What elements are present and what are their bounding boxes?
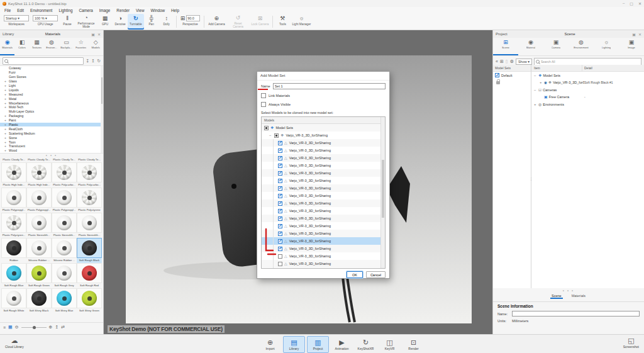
library-category-paint[interactable]: +Paint [0,118,103,123]
scene-tree-cameras[interactable]: −⊡Cameras [531,86,644,94]
library-tab-backpla[interactable]: ▭Backpla... [59,39,74,55]
checkbox[interactable] [264,126,269,130]
material-thumb-soft-shiny-black[interactable] [26,288,52,308]
library-category-wood[interactable]: +Wood [0,148,103,153]
material-thumb-plastic-polycarbo[interactable] [52,162,77,182]
dialog-model-row[interactable]: △Varjo_VR-3_3D_forSharing [262,267,385,269]
dialog-model-row[interactable]: △Varjo_VR-3_3D_forSharing [262,222,385,230]
menu-camera[interactable]: Camera [75,8,96,13]
material-thumb-plastic-stereolith[interactable] [26,213,52,233]
dialog-model-row[interactable]: △Varjo_VR-3_3D_forSharing [262,199,385,207]
close-panel-icon[interactable]: ✕ [97,32,101,36]
show-filter-dropdown[interactable]: Show ▾ [516,59,532,65]
dialog-model-row[interactable]: △Varjo_VR-3_3D_forSharing [262,230,385,237]
scene-tree-model-sets[interactable]: −❖Model Sets [531,72,644,79]
bottombar-project[interactable]: ▥Project [307,336,329,353]
import-material-icon[interactable]: ↧ [86,59,89,64]
project-tab-camera[interactable]: ▣Camera [543,39,569,55]
menu-edit[interactable]: Edit [14,8,27,13]
checkbox[interactable] [278,201,282,206]
float-panel-icon[interactable]: ▣ [632,32,636,36]
dialog-model-row[interactable]: △Varjo_VR-3_3D_forSharing [262,245,385,252]
dialog-model-row[interactable]: △Varjo_VR-3_3D_forSharing [262,237,385,245]
dialog-model-row[interactable]: △Varjo_VR-3_3D_forSharing [262,162,385,169]
library-category-glass[interactable]: +Glass [0,79,103,84]
maximize-button[interactable]: ▢ [630,1,633,6]
expand-icon[interactable]: + [4,118,7,122]
checkbox[interactable] [278,156,282,160]
bottombar-animation[interactable]: ▶Animation [331,336,353,353]
screenshot-button[interactable]: ◱ Screenshot [623,337,639,349]
scene-name-input[interactable] [512,311,640,317]
dialog-row-model-sets-root[interactable]: ❖Model Sets [262,124,385,132]
library-tab-models[interactable]: ◇Models [89,39,103,55]
expand-icon[interactable]: + [4,84,7,87]
menu-file[interactable]: File [1,8,14,13]
menu-render[interactable]: Render [113,8,133,13]
checkbox[interactable] [278,164,282,168]
material-thumb-rubber[interactable] [1,238,26,258]
material-thumb-plastic-polystyren[interactable] [1,213,26,233]
dialog-model-row[interactable]: △Varjo_VR-3_3D_forSharing [262,260,385,267]
project-tab-environment[interactable]: ◍Environment [569,39,594,55]
checkbox[interactable] [495,73,499,77]
checkbox[interactable] [278,194,282,198]
material-thumb-plastic-polypropyl[interactable] [1,188,26,208]
thumbnail-size-slider[interactable] [21,327,47,328]
bottombar-render[interactable]: ⊡Render [402,336,425,353]
checkbox[interactable] [278,216,282,221]
checkbox[interactable] [278,247,282,251]
project-tab-image[interactable]: ▣Image [619,39,644,55]
subtab-materials[interactable]: Materials [570,293,587,299]
dialog-model-row[interactable]: △Varjo_VR-3_3D_forSharing [262,177,385,184]
dialog-model-row[interactable]: △Varjo_VR-3_3D_forSharing [262,215,385,222]
menu-image[interactable]: Image [96,8,114,13]
tree-scrollbar[interactable] [101,66,103,153]
cancel-button[interactable]: Cancel [366,271,386,278]
collapse-icon[interactable]: − [269,133,272,137]
checkbox[interactable] [261,102,266,107]
toolbar-light-manager[interactable]: ☼Light Manager [290,14,313,30]
material-thumb-plastic-polypropyl[interactable] [26,188,52,208]
dialog-model-row[interactable]: △Varjo_VR-3_3D_forSharing [262,184,385,192]
menu-window[interactable]: Window [148,8,168,13]
collapse-tree-icon[interactable]: « [496,59,498,64]
checkbox[interactable] [278,171,282,176]
menu-lighting[interactable]: Lighting [55,8,75,13]
cpu-usage-dropdown[interactable]: 100 % ▾ [33,15,58,21]
library-category-fuzz[interactable]: Fuzz [0,70,103,75]
workspaces-dropdown[interactable]: Startup ▾ [4,15,29,21]
checkbox[interactable] [261,93,266,98]
grid-view-icon[interactable]: ▦ [8,325,13,330]
expand-icon[interactable]: − [534,88,537,92]
bottombar-keyvr[interactable]: ◫KeyVR [379,336,401,353]
library-category-toon[interactable]: +Toon [0,140,103,144]
expand-icon[interactable]: + [4,79,7,83]
material-thumb-soft-rough-black[interactable] [77,238,102,258]
toolbar-turntable[interactable]: ↻Turntable [128,14,144,30]
checkbox-link-materials[interactable]: Link Materials [261,92,386,98]
dialog-model-row[interactable]: △Varjo_VR-3_3D_forSharing [262,252,385,260]
toolbar-denoise[interactable]: ◑Denoise [113,14,128,30]
checkbox[interactable] [278,254,282,259]
visibility-eye-icon[interactable]: ◉ [544,81,547,84]
toolbar-performance-mode[interactable]: ◔Performance Mode [75,14,97,30]
material-thumb-soft-rough-red[interactable] [77,263,102,283]
library-category-translucent[interactable]: +Translucent [0,144,103,148]
subpanel-splitter-handle[interactable]: ⋮ [530,177,533,181]
toolbar-perspective[interactable]: ⊞90.0Perspective [179,14,203,30]
expand-icon[interactable]: + [540,81,543,84]
toolbar-pan[interactable]: ╬Pan [144,14,159,30]
checkbox-always-visible[interactable]: Always Visible [261,101,386,107]
library-category-measured[interactable]: +Measured [0,92,103,96]
material-thumb-soft-rough-grey[interactable] [52,263,77,283]
library-category-realcloth[interactable]: +RealCloth [0,126,103,131]
checkbox[interactable] [278,179,282,183]
checkbox[interactable] [278,224,282,228]
expand-icon[interactable]: + [4,123,7,126]
dialog-model-row[interactable]: △Varjo_VR-3_3D_forSharing [262,154,385,162]
expand-icon[interactable]: + [4,97,7,101]
scene-tree-free-camera[interactable]: ▣Free Camera- [531,94,644,101]
library-search-input[interactable] [3,57,84,65]
material-thumb-soft-shiny-blue[interactable] [52,288,77,308]
